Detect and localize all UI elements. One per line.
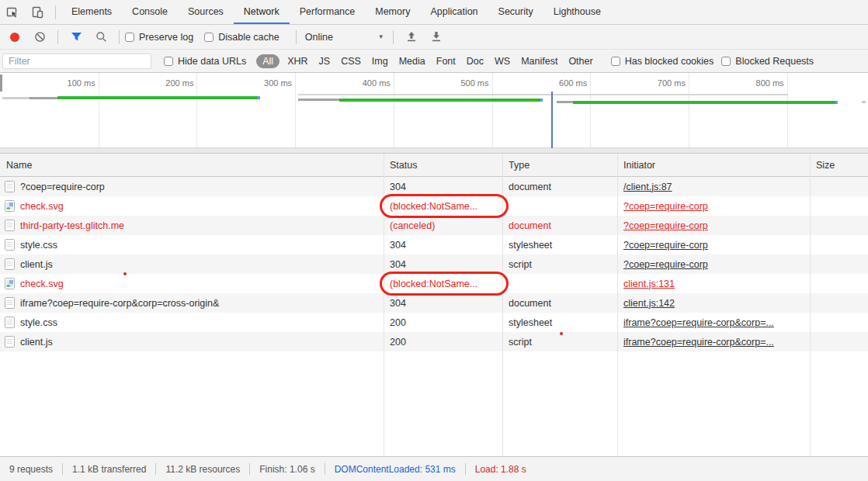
blocked-requests-checkbox[interactable] — [721, 57, 731, 66]
type-filter-manifest[interactable]: Manifest — [521, 56, 557, 67]
type-filter-xhr[interactable]: XHR — [287, 56, 307, 67]
initiator-link[interactable]: ?coep=require-corp — [623, 259, 708, 270]
preserve-log-label: Preserve log — [139, 32, 193, 43]
tab-network[interactable]: Network — [234, 0, 290, 24]
request-name: style.css — [20, 240, 57, 251]
network-filterbar: Hide data URLs All XHR JS CSS Img Media … — [0, 50, 868, 73]
request-name: iframe?coep=require-corp&corp=cross-orig… — [20, 298, 219, 309]
tab-sources[interactable]: Sources — [178, 0, 234, 24]
hide-data-urls-checkbox[interactable] — [164, 57, 173, 66]
request-status: 200 — [384, 317, 502, 328]
filter-icon[interactable] — [66, 28, 86, 47]
document-icon — [5, 258, 15, 270]
transferred-size: 1.1 kB transferred — [63, 464, 155, 475]
column-header-name[interactable]: Name — [0, 160, 384, 171]
waterfall-bar — [835, 101, 838, 104]
table-header: Name Status Type Initiator Size — [0, 154, 868, 177]
column-header-size[interactable]: Size — [810, 160, 868, 171]
requests-table: Name Status Type Initiator Size ?coep=re… — [0, 154, 868, 456]
inspect-element-icon[interactable] — [2, 3, 23, 22]
request-row[interactable]: iframe?coep=require-corp&corp=cross-orig… — [0, 293, 868, 313]
document-icon — [5, 317, 15, 328]
finish-time: Finish: 1.06 s — [250, 464, 324, 475]
divider — [57, 30, 58, 44]
type-filter-css[interactable]: CSS — [341, 56, 361, 67]
initiator-link[interactable]: iframe?coep=require-corp&corp=... — [623, 317, 774, 328]
hide-data-urls-label: Hide data URLs — [178, 56, 246, 67]
overview-bottom-band — [0, 147, 868, 153]
clear-network-log-icon[interactable] — [30, 28, 50, 47]
load-time: Load: 1.88 s — [466, 464, 536, 475]
ruler-tick-label: 300 ms — [264, 78, 295, 88]
request-type: document — [502, 182, 617, 192]
has-blocked-cookies-checkbox[interactable] — [611, 57, 620, 66]
initiator-link[interactable]: /client.js:87 — [623, 182, 672, 192]
initiator-link[interactable]: ?coep=require-corp — [623, 240, 708, 251]
type-filter-img[interactable]: Img — [372, 56, 388, 67]
divider — [55, 5, 56, 19]
request-name: check.svg — [20, 201, 64, 212]
type-filter-ws[interactable]: WS — [495, 56, 510, 67]
ruler-gridline — [787, 73, 788, 147]
ruler-tick-label: 200 ms — [165, 78, 196, 88]
network-overview[interactable]: 100 ms200 ms300 ms400 ms500 ms600 ms700 … — [0, 73, 868, 154]
type-filter-media[interactable]: Media — [399, 56, 425, 67]
request-type: stylesheet — [502, 317, 617, 328]
request-type: stylesheet — [502, 240, 617, 251]
import-har-icon[interactable] — [401, 28, 422, 47]
request-row[interactable]: client.js 200 script iframe?coep=require… — [0, 332, 868, 351]
request-row[interactable]: client.js 304 script ?coep=require-corp — [0, 254, 868, 274]
initiator-link[interactable]: iframe?coep=require-corp&corp=... — [623, 337, 774, 348]
ruler-tick-label: 700 ms — [658, 78, 689, 88]
request-status: 200 — [384, 337, 502, 348]
type-filter-other[interactable]: Other — [568, 56, 592, 67]
disable-cache-checkbox[interactable] — [204, 33, 214, 42]
tab-console[interactable]: Console — [122, 0, 178, 24]
request-row[interactable]: third-party-test.glitch.me (canceled) do… — [0, 216, 868, 235]
record-network-log-icon[interactable] — [5, 28, 25, 47]
tab-security[interactable]: Security — [488, 0, 543, 24]
has-blocked-cookies-label: Has blocked cookies — [625, 56, 714, 67]
tab-performance[interactable]: Performance — [290, 0, 366, 24]
type-filter-font[interactable]: Font — [436, 56, 456, 67]
initiator-link[interactable]: client.js:142 — [623, 298, 675, 309]
ruler-gridline — [590, 73, 591, 147]
type-filter-doc[interactable]: Doc — [467, 56, 484, 67]
domcontentloaded-time: DOMContentLoaded: 531 ms — [325, 464, 465, 475]
request-row[interactable]: check.svg (blocked:NotSame... client.js:… — [0, 274, 868, 293]
request-row[interactable]: style.css 200 stylesheet iframe?coep=req… — [0, 313, 868, 332]
tab-memory[interactable]: Memory — [365, 0, 420, 24]
resources-size: 11.2 kB resources — [156, 464, 249, 475]
waterfall-bar — [298, 99, 339, 101]
ruler-gridline — [196, 73, 197, 147]
preserve-log-checkbox[interactable] — [125, 33, 134, 42]
tab-application[interactable]: Application — [420, 0, 488, 24]
request-name: client.js — [20, 259, 53, 270]
ruler-tick-label: 800 ms — [756, 78, 787, 88]
type-filter-all[interactable]: All — [256, 54, 279, 68]
waterfall-bar — [862, 101, 866, 103]
initiator-link[interactable]: ?coep=require-corp — [623, 220, 708, 231]
initiator-link[interactable]: client.js:131 — [623, 279, 675, 289]
throttling-dropdown[interactable]: Online ▼ — [305, 32, 384, 43]
tab-lighthouse[interactable]: Lighthouse — [543, 0, 611, 24]
device-toolbar-icon[interactable] — [27, 3, 47, 22]
document-icon — [5, 336, 15, 348]
tab-elements[interactable]: Elements — [61, 0, 122, 24]
request-row[interactable]: check.svg (blocked:NotSame... ?coep=requ… — [0, 196, 868, 216]
initiator-link[interactable]: ?coep=require-corp — [623, 201, 708, 212]
divider — [119, 30, 120, 44]
column-header-initiator[interactable]: Initiator — [617, 160, 810, 171]
request-name: third-party-test.glitch.me — [20, 220, 124, 231]
waterfall-bar — [573, 101, 835, 104]
record-dot — [10, 33, 19, 42]
column-header-type[interactable]: Type — [502, 160, 617, 171]
request-row[interactable]: style.css 304 stylesheet ?coep=require-c… — [0, 235, 868, 254]
search-icon[interactable] — [91, 28, 111, 47]
request-row[interactable]: ?coep=require-corp 304 document /client.… — [0, 177, 868, 196]
filter-input[interactable] — [2, 54, 151, 69]
export-har-icon[interactable] — [426, 28, 446, 47]
type-filter-js[interactable]: JS — [319, 56, 331, 67]
column-header-status[interactable]: Status — [384, 160, 502, 171]
image-icon — [5, 278, 15, 289]
